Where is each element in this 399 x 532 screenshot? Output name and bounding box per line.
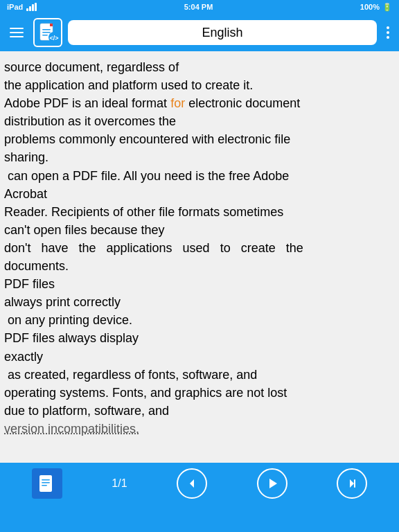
bottom-bar	[0, 504, 399, 532]
svg-text:</>: </>	[49, 35, 58, 42]
main-toolbar: </> English	[0, 14, 399, 51]
document-text: source document, regardless of the appli…	[4, 58, 395, 438]
svg-rect-6	[42, 32, 51, 33]
ipad-label: iPad	[7, 3, 23, 11]
prev-page-button[interactable]	[177, 468, 207, 499]
svg-rect-12	[42, 482, 50, 484]
pdf-logo-icon: </>	[35, 19, 61, 46]
main-content: source document, regardless of the appli…	[0, 51, 399, 463]
battery-icon: 🔋	[382, 3, 392, 12]
svg-rect-11	[42, 479, 50, 481]
status-time: 5:04 PM	[184, 3, 213, 11]
more-options-icon	[387, 26, 389, 39]
play-icon	[265, 477, 279, 490]
svg-rect-5	[42, 29, 51, 30]
status-left: iPad	[7, 3, 37, 11]
more-options-button[interactable]	[382, 22, 393, 43]
svg-marker-16	[350, 479, 354, 488]
page-title: English	[202, 26, 242, 40]
svg-rect-17	[354, 479, 355, 488]
cut-off-text: version incompatibilities.	[4, 422, 139, 436]
next-page-button[interactable]	[337, 468, 367, 499]
wifi-icon	[26, 3, 37, 11]
hamburger-icon	[10, 32, 24, 33]
highlight-for: for	[170, 96, 185, 110]
svg-rect-10	[39, 475, 52, 492]
menu-button[interactable]	[6, 24, 28, 42]
prev-icon	[186, 477, 198, 490]
bottom-toolbar: 1/1	[0, 463, 399, 504]
next-icon	[346, 477, 358, 490]
svg-rect-7	[42, 35, 48, 36]
doc-icon	[37, 474, 57, 493]
page-indicator: 1/1	[112, 477, 127, 490]
svg-marker-15	[269, 479, 277, 488]
status-right: 100% 🔋	[360, 3, 392, 12]
hamburger-icon	[10, 36, 24, 37]
battery-percent: 100%	[360, 3, 380, 11]
title-container: English	[68, 20, 377, 45]
app-logo: </>	[33, 18, 62, 47]
svg-marker-14	[190, 479, 194, 488]
svg-rect-13	[42, 485, 47, 486]
status-bar: iPad 5:04 PM 100% 🔋	[0, 0, 399, 14]
hamburger-icon	[10, 28, 24, 29]
document-button[interactable]	[32, 468, 62, 499]
svg-rect-4	[50, 24, 53, 26]
play-button[interactable]	[257, 468, 287, 499]
